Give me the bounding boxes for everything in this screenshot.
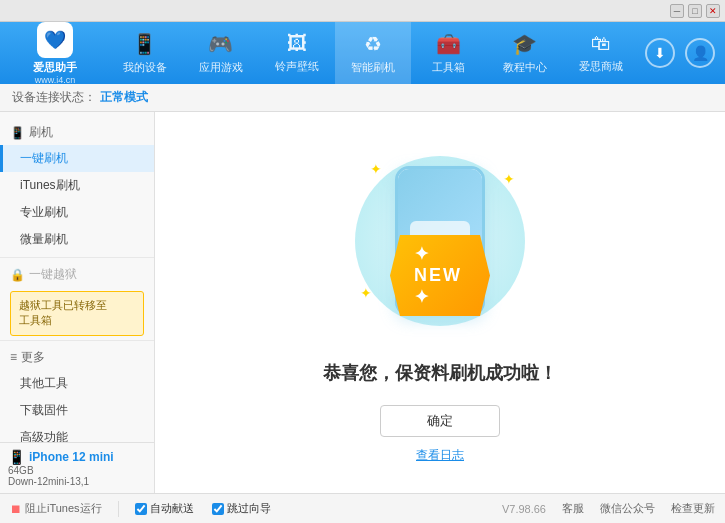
store-icon: 🛍 — [591, 32, 611, 55]
nav-smart-flash-label: 智能刷机 — [351, 60, 395, 75]
stop-icon: ⏹ — [10, 502, 22, 516]
close-btn[interactable]: ✕ — [706, 4, 720, 18]
nav-toolbox[interactable]: 🧰 工具箱 — [411, 22, 487, 84]
sidebar-item-other-tools[interactable]: 其他工具 — [0, 370, 154, 397]
apps-games-icon: 🎮 — [208, 32, 233, 56]
nav-items: 📱 我的设备 🎮 应用游戏 🖼 铃声壁纸 ♻ 智能刷机 🧰 工具箱 🎓 教 — [100, 22, 645, 84]
smart-flash-icon: ♻ — [364, 32, 382, 56]
sidebar-section-flash: 📱 刷机 — [0, 120, 154, 145]
nav-my-device-label: 我的设备 — [123, 60, 167, 75]
more-section-icon: ≡ — [10, 350, 17, 364]
user-btn[interactable]: 👤 — [685, 38, 715, 68]
minimize-btn[interactable]: ─ — [670, 4, 684, 18]
auto-send-checkbox[interactable]: 自动献送 — [135, 501, 194, 516]
success-illustration: ✦ ✦ ✦ ✦ NEW ✦ — [340, 141, 540, 341]
nav-apps-games-label: 应用游戏 — [199, 60, 243, 75]
lock-icon: 🔒 — [10, 268, 25, 282]
logo-area: 💙 爱思助手 www.i4.cn — [10, 22, 100, 85]
sidebar-item-one-click-flash[interactable]: 一键刷机 — [0, 145, 154, 172]
download-btn[interactable]: ⬇ — [645, 38, 675, 68]
sidebar-item-itunes-flash[interactable]: iTunes刷机 — [0, 172, 154, 199]
stop-itunes-btn[interactable]: ⏹ 阻止iTunes运行 — [10, 501, 102, 516]
device-storage-display: 64GB — [8, 465, 146, 476]
sidebar-item-micro-flash[interactable]: 微量刷机 — [0, 226, 154, 253]
my-device-icon: 📱 — [132, 32, 157, 56]
toolbox-icon: 🧰 — [436, 32, 461, 56]
skip-wizard-label: 跳过向导 — [227, 501, 271, 516]
more-section-label: 更多 — [21, 349, 45, 366]
app-window: ─ □ ✕ 💙 爱思助手 www.i4.cn 📱 我的设备 🎮 应用游戏 🖼 — [0, 0, 725, 523]
customer-service-link[interactable]: 客服 — [562, 501, 584, 516]
logo-icon: 💙 — [37, 22, 73, 58]
nav-smart-flash[interactable]: ♻ 智能刷机 — [335, 22, 411, 84]
device-phone-icon: 📱 — [8, 449, 25, 465]
nav-apps-games[interactable]: 🎮 应用游戏 — [183, 22, 259, 84]
skip-wizard-input[interactable] — [212, 503, 224, 515]
flash-section-label: 刷机 — [29, 124, 53, 141]
new-ribbon: ✦ NEW ✦ — [390, 235, 490, 316]
content-area: ✦ ✦ ✦ ✦ NEW ✦ 恭喜您，保资料刷机成功啦！ — [155, 112, 725, 493]
title-bar: ─ □ ✕ — [0, 0, 725, 22]
sidebar-section-more: ≡ 更多 — [0, 345, 154, 370]
bottom-right: V7.98.66 客服 微信公众号 检查更新 — [502, 501, 715, 516]
sidebar-item-pro-flash[interactable]: 专业刷机 — [0, 199, 154, 226]
secondary-link[interactable]: 查看日志 — [416, 447, 464, 464]
tutorial-icon: 🎓 — [512, 32, 537, 56]
nav-store[interactable]: 🛍 爱思商城 — [563, 22, 639, 84]
auto-send-input[interactable] — [135, 503, 147, 515]
sidebar-divider-2 — [0, 340, 154, 341]
divider-v — [118, 501, 119, 517]
nav-ringtone-label: 铃声壁纸 — [275, 59, 319, 74]
device-name-display: 📱 iPhone 12 mini — [8, 449, 146, 465]
middle-row: 📱 刷机 一键刷机 iTunes刷机 专业刷机 微量刷机 — [0, 112, 725, 493]
success-text: 恭喜您，保资料刷机成功啦！ — [323, 361, 557, 385]
sidebar-locked-section: 🔒 一键越狱 — [0, 262, 154, 287]
locked-label: 一键越狱 — [29, 266, 77, 283]
status-bar: 设备连接状态： 正常模式 — [0, 84, 725, 112]
wechat-official-link[interactable]: 微信公众号 — [600, 501, 655, 516]
logo-title: 爱思助手 — [33, 60, 77, 75]
maximize-btn[interactable]: □ — [688, 4, 702, 18]
nav-toolbox-label: 工具箱 — [432, 60, 465, 75]
auto-send-label: 自动献送 — [150, 501, 194, 516]
bottom-status-bar: ⏹ 阻止iTunes运行 自动献送 跳过向导 V7.98.66 客服 微信公众号… — [0, 493, 725, 523]
status-label: 设备连接状态： — [12, 89, 96, 106]
sparkle-1: ✦ — [370, 161, 382, 177]
sidebar-item-download-firmware[interactable]: 下载固件 — [0, 397, 154, 424]
version-text: V7.98.66 — [502, 503, 546, 515]
check-update-link[interactable]: 检查更新 — [671, 501, 715, 516]
nav-tutorial-label: 教程中心 — [503, 60, 547, 75]
confirm-button[interactable]: 确定 — [380, 405, 500, 437]
flash-section-icon: 📱 — [10, 126, 25, 140]
sidebar-scroll: 📱 刷机 一键刷机 iTunes刷机 专业刷机 微量刷机 — [0, 112, 154, 442]
nav-tutorial[interactable]: 🎓 教程中心 — [487, 22, 563, 84]
window-controls: ─ □ ✕ — [670, 4, 720, 18]
stop-itunes-label: 阻止iTunes运行 — [25, 501, 102, 516]
device-firmware-display: Down-12mini-13,1 — [8, 476, 146, 487]
nav-ringtone[interactable]: 🖼 铃声壁纸 — [259, 22, 335, 84]
bottom-left: ⏹ 阻止iTunes运行 自动献送 跳过向导 — [10, 501, 502, 517]
sidebar: 📱 刷机 一键刷机 iTunes刷机 专业刷机 微量刷机 — [0, 112, 155, 493]
sparkle-3: ✦ — [360, 285, 372, 301]
sidebar-note: 越狱工具已转移至工具箱 — [10, 291, 144, 336]
top-nav: 💙 爱思助手 www.i4.cn 📱 我的设备 🎮 应用游戏 🖼 铃声壁纸 ♻ … — [0, 22, 725, 84]
sparkle-2: ✦ — [503, 171, 515, 187]
sidebar-device-footer: 📱 iPhone 12 mini 64GB Down-12mini-13,1 — [0, 442, 154, 493]
logo-subtitle: www.i4.cn — [35, 75, 76, 85]
skip-wizard-checkbox[interactable]: 跳过向导 — [212, 501, 271, 516]
status-value: 正常模式 — [100, 89, 148, 106]
nav-my-device[interactable]: 📱 我的设备 — [107, 22, 183, 84]
nav-store-label: 爱思商城 — [579, 59, 623, 74]
nav-right: ⬇ 👤 — [645, 38, 715, 68]
sidebar-divider-1 — [0, 257, 154, 258]
ringtone-icon: 🖼 — [287, 32, 307, 55]
sidebar-item-advanced[interactable]: 高级功能 — [0, 424, 154, 442]
